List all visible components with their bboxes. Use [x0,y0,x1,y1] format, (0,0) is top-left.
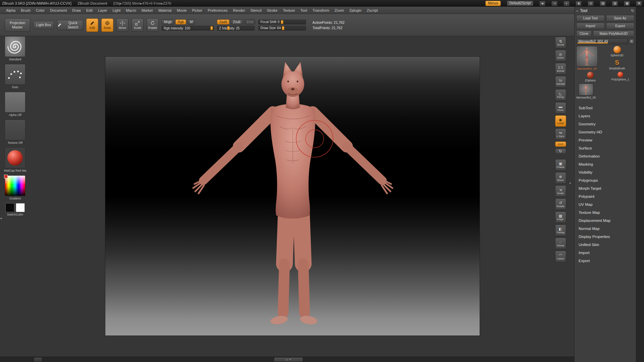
shelf-xyz-button[interactable]: XYZ [555,141,566,147]
color-picker-thumbnail[interactable] [5,175,25,196]
current-color-swatch[interactable] [4,175,8,178]
menu-light[interactable]: Light [110,8,123,13]
shelf-polyf-button[interactable]: ▩PolyF [555,212,566,223]
rgb-button[interactable]: Rgb [175,19,186,24]
load-tool-button[interactable]: Load Tool [576,15,605,21]
tool-section-morph-target[interactable]: Morph Target [576,184,634,192]
shelf-transp-button[interactable]: ◧Transp [555,225,566,236]
current-tool-name[interactable]: Werewolfv2_001.49 [576,39,628,44]
tool-thumbnail-polysphere[interactable]: PolySphere_1 [606,72,635,81]
active-tool-thumbnail[interactable]: Werewolfv2_00 [576,46,598,70]
menu-marker[interactable]: Marker [139,8,156,13]
tool-section-uv-map[interactable]: UV Map [576,200,634,208]
refresh-icon[interactable]: ↻ [631,8,634,13]
menu-edit[interactable]: Edit [84,8,95,13]
tool-section-normal-map[interactable]: Normal Map [576,225,634,233]
recent-tool-preview[interactable] [579,83,593,96]
tool-section-display-properties[interactable]: Display Properties [576,233,634,241]
import-button[interactable]: Import [576,23,605,29]
zcut-button[interactable]: Zcut [244,19,255,24]
standard-brush-thumbnail[interactable] [5,36,25,57]
tool-section-geometry[interactable]: Geometry [576,120,634,128]
brush-selector[interactable]: Standard [3,36,27,61]
contrast-right-icon[interactable]: ◑ [551,1,557,6]
primary-color-swatch[interactable] [16,203,25,212]
clone-button[interactable]: Clone [576,31,592,37]
grid-icon[interactable]: ▦ [624,1,630,6]
tray-resize-handle[interactable]: ◂▸ [0,217,2,220]
tool-section-visibility[interactable]: Visibility [576,168,634,176]
shelf-zoom-button[interactable]: ◎Zoom [555,50,566,61]
draw-size-slider[interactable]: Draw Size 64 [258,26,306,31]
focal-shift-slider[interactable]: Focal Shift 0 [258,20,306,24]
shelf-rotate-button[interactable]: ↺Rotate [555,198,566,210]
menu-alpha[interactable]: Alpha [3,8,18,13]
tool-section-export[interactable]: Export [576,257,634,265]
menu-material[interactable]: Material [156,8,174,13]
projection-master-button[interactable]: Projection Master [5,18,30,32]
menu-picker[interactable]: Picker [190,8,205,13]
user-icon[interactable]: ♟ [576,1,582,6]
rgb-intensity-slider[interactable]: Rgb Intensity 100 [162,26,214,31]
menu-color[interactable]: Color [33,8,47,13]
document-canvas[interactable] [105,56,480,336]
tool-section-geometry-hd[interactable]: Geometry HD [576,128,634,136]
shelf-actual-button[interactable]: 1:1Actual [555,63,566,74]
gradient-button[interactable]: Gradient [9,197,21,200]
texture-off-thumbnail[interactable] [5,120,25,140]
move-mode-button[interactable]: Move [116,18,128,32]
alpha-off-thumbnail[interactable] [5,92,25,113]
menu-layer[interactable]: Layer [95,8,110,13]
draw-mode-button[interactable]: Draw [101,18,113,32]
menu-brush[interactable]: Brush [18,8,33,13]
restore-config-button[interactable]: R [629,39,634,44]
tool-section-layers[interactable]: Layers [576,112,634,120]
active-tool-preview[interactable] [576,46,598,67]
tool-thumbnail-simplebrush[interactable]: S SimpleBrush [600,59,634,70]
shelf-spin-button[interactable]: ↻ [555,148,566,154]
menu-texture[interactable]: Texture [280,8,298,13]
shelf-move-button[interactable]: ⊕Move [555,172,566,184]
tool-section-surface[interactable]: Surface [576,144,634,152]
shelf-lsym-button[interactable]: ⇋L.Sym [555,128,566,140]
lock-icon[interactable]: ◘ [588,1,594,6]
m-button[interactable]: M [187,19,195,24]
close-icon[interactable]: × [636,1,642,6]
tool-thumbnail-sphere3d[interactable]: Sphere3D [600,46,634,57]
z-intensity-slider[interactable]: Z Intensity 25 [217,26,255,31]
menus-button[interactable]: Menus [485,1,501,6]
material-selector[interactable]: MatCap Red Wa [3,147,27,172]
shelf-ghost-button[interactable]: ◌Ghost [555,238,566,249]
tool-section-displacement-map[interactable]: Displacement Map [576,217,634,225]
document-lines-icon[interactable]: ▤ [600,1,606,6]
texture-selector[interactable]: Texture Off [3,120,27,144]
shelf-persp-button[interactable]: ◺Persp [555,89,566,101]
shelf-local-button[interactable]: ◉Local [555,115,566,127]
shelf-scale-button[interactable]: ⇲Scale [555,185,566,197]
menu-stroke[interactable]: Stroke [264,8,280,13]
rgb-intensity-handle[interactable] [210,26,213,30]
zsub-button[interactable]: Zsub [231,19,243,24]
menu-draw[interactable]: Draw [69,8,84,13]
tool-section-polypaint[interactable]: Polypaint [576,192,634,200]
menu-macro[interactable]: Macro [123,8,139,13]
draw-size-handle[interactable] [282,26,284,30]
panel-divider-arrow[interactable]: ▸ [570,181,571,185]
switch-color-label[interactable]: SwitchColor [7,213,23,216]
menu-render[interactable]: Render [230,8,248,13]
tool-section-deformation[interactable]: Deformation [576,152,634,160]
menu-tool[interactable]: Tool [298,8,310,13]
matcap-thumbnail[interactable] [5,147,25,168]
menu-movie[interactable]: Movie [174,8,189,13]
menu-document[interactable]: Document [47,8,69,13]
playback-controls-icon[interactable]: ◂▸ [539,1,545,6]
focal-shift-handle[interactable] [281,20,283,24]
tool-section-import[interactable]: Import [576,249,634,257]
tool-thumbnail-zsphere[interactable]: ZSphere [576,72,604,82]
mrgb-button[interactable]: Mrgb [162,19,174,24]
shelf-scroll-button[interactable]: ⇅Scroll [555,37,566,48]
menu-zplugin[interactable]: Zplugin [347,8,364,13]
menu-zoom[interactable]: Zoom [332,8,346,13]
make-polymesh3d-button[interactable]: Make PolyMesh3D [593,31,634,37]
color-picker[interactable]: Gradient [3,175,27,200]
